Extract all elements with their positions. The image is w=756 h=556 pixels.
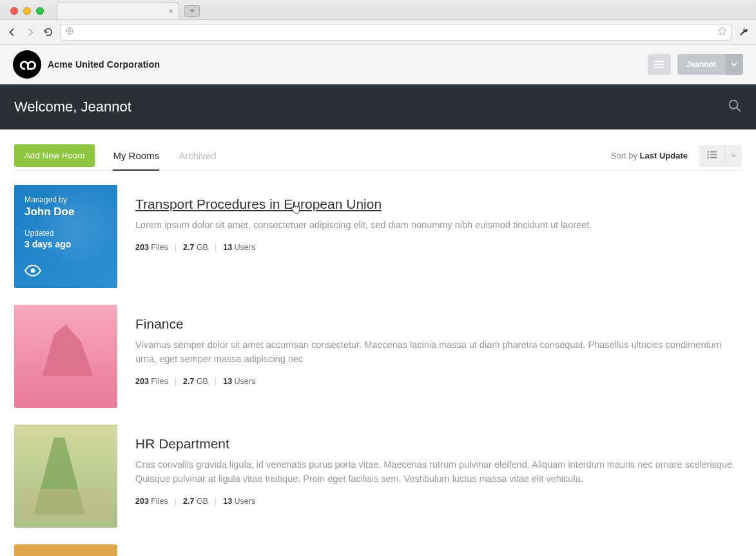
browser-tab-bar: × + [0, 0, 756, 19]
svg-point-2 [707, 151, 709, 153]
room-tile[interactable] [14, 305, 117, 408]
room-item: HR Department Cras convallis gravida lig… [14, 425, 742, 528]
user-menu[interactable]: Jeannot [677, 54, 743, 75]
browser-tab[interactable]: × [57, 3, 179, 19]
window-maximize-button[interactable] [36, 7, 44, 15]
search-button[interactable] [728, 99, 742, 115]
room-item: Managed by John Doe Updated 3 days ago T… [14, 185, 742, 288]
rooms-list: Managed by John Doe Updated 3 days ago T… [0, 171, 756, 556]
wrench-icon [739, 27, 749, 37]
browser-toolbar [0, 19, 756, 44]
room-stats: 203 Files | 2.7 GB | 13 Users [135, 377, 742, 386]
room-title-link[interactable]: HR Department [135, 436, 229, 451]
search-icon [728, 99, 742, 113]
room-description: Cras convallis gravida ligula, id venena… [135, 458, 742, 486]
svg-point-8 [31, 269, 35, 273]
room-tile[interactable]: Managed by John Doe Updated 3 days ago [14, 185, 117, 288]
forward-button[interactable] [24, 27, 36, 37]
room-item [14, 544, 742, 556]
room-title-link[interactable]: Transport Procedures in European Union [135, 197, 382, 211]
room-description: Lorem ipsum dolor sit amet, consectetuer… [135, 218, 742, 233]
tab-archived[interactable]: Archived [179, 141, 216, 170]
room-stats: 203 Files | 2.7 GB | 13 Users [135, 243, 742, 252]
updated-value: 3 days ago [24, 239, 107, 249]
window-minimize-button[interactable] [23, 7, 31, 15]
url-bar[interactable] [61, 24, 732, 41]
add-new-room-button[interactable]: Add New Room [14, 144, 95, 167]
updated-label: Updated [24, 229, 107, 238]
browser-settings-button[interactable] [738, 27, 750, 37]
svg-rect-5 [710, 154, 717, 155]
room-description: Vivamus semper dolor sit amet accumsan c… [135, 338, 742, 367]
room-stats: 203 Files | 2.7 GB | 13 Users [135, 497, 742, 506]
view-toggle[interactable] [699, 145, 742, 167]
chevron-down-icon [725, 54, 743, 75]
window-controls [5, 2, 49, 17]
sort-value: Last Update [640, 151, 688, 160]
reload-icon [43, 27, 53, 37]
bookmark-star-icon[interactable] [717, 26, 727, 38]
browser-chrome: × + [0, 0, 756, 44]
svg-point-6 [707, 157, 709, 158]
room-tabs: My Rooms Archived [113, 141, 216, 170]
tab-my-rooms[interactable]: My Rooms [113, 141, 159, 170]
manager-name: John Doe [24, 206, 107, 218]
globe-icon [65, 26, 74, 38]
chevron-down-icon [725, 145, 742, 167]
managed-by-label: Managed by [24, 195, 107, 204]
back-button[interactable] [6, 27, 18, 37]
room-item: Finance Vivamus semper dolor sit amet ac… [14, 305, 742, 408]
brand[interactable]: Acme United Corporation [13, 50, 160, 79]
room-tile[interactable] [14, 544, 117, 556]
welcome-bar: Welcome, Jeannot [0, 84, 756, 129]
welcome-text: Welcome, Jeannot [14, 99, 131, 115]
list-view-icon [699, 150, 725, 162]
eye-icon [24, 265, 41, 279]
arrow-right-icon [25, 27, 35, 37]
tab-close-icon[interactable]: × [168, 6, 173, 16]
window-close-button[interactable] [10, 7, 18, 15]
plus-icon: + [189, 6, 194, 15]
logo-icon [13, 50, 41, 79]
arrow-left-icon [7, 27, 17, 37]
svg-rect-7 [710, 157, 717, 158]
hamburger-icon [654, 60, 664, 69]
new-tab-button[interactable]: + [184, 5, 200, 17]
app-header: Acme United Corporation Jeannot [0, 44, 756, 84]
menu-button[interactable] [648, 54, 671, 75]
reload-button[interactable] [43, 27, 54, 37]
user-name-label: Jeannot [677, 60, 725, 69]
sort-label: Sort by [611, 151, 637, 160]
svg-point-4 [707, 153, 709, 155]
sort-control[interactable]: Sort by Last Update [611, 151, 688, 160]
room-title-link[interactable]: Finance [135, 316, 184, 331]
controls-row: Add New Room My Rooms Archived Sort by L… [0, 129, 756, 170]
room-tile[interactable] [14, 425, 117, 528]
company-name: Acme United Corporation [48, 59, 160, 70]
svg-rect-3 [710, 151, 717, 152]
